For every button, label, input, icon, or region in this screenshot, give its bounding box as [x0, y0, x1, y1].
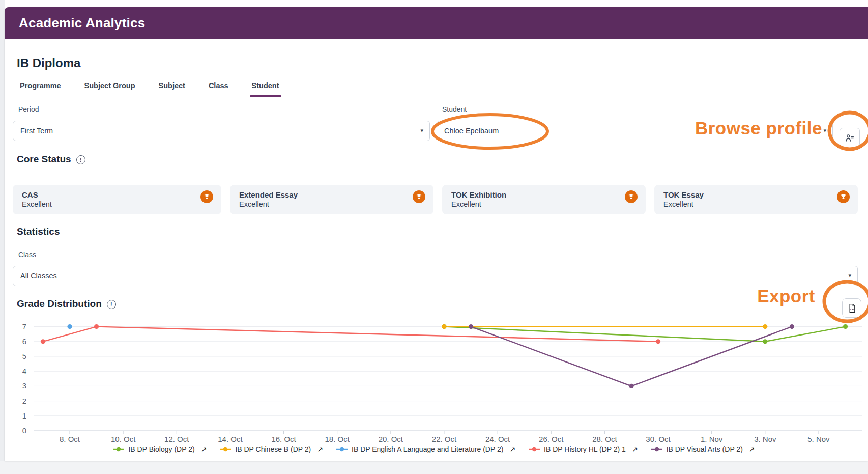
legend-item[interactable]: IB DP Visual Arts (DP 2)↗ — [651, 445, 755, 453]
student-select[interactable]: Chloe Epelbaum ▾ — [437, 121, 833, 141]
browse-profile-button[interactable] — [840, 128, 860, 148]
legend-item[interactable]: IB DP English A Language and Literature … — [336, 445, 515, 453]
trophy-icon — [837, 190, 850, 203]
info-icon[interactable]: ! — [107, 300, 116, 309]
csv-document-icon: CSV — [847, 303, 857, 314]
legend-label: IB DP History HL (DP 2) 1 — [544, 445, 626, 453]
chevron-down-icon: ▾ — [823, 127, 826, 134]
period-select[interactable]: First Term ▾ — [13, 121, 430, 141]
student-select-value: Chloe Epelbaum — [444, 127, 499, 135]
legend-marker — [220, 447, 231, 452]
tab-class[interactable]: Class — [209, 81, 228, 97]
legend-item[interactable]: IB DP Chinese B (DP 2)↗ — [220, 445, 323, 453]
core-card-status: Excellent — [663, 200, 849, 208]
page-title: IB Diploma — [17, 56, 80, 70]
tab-bar: Programme Subject Group Subject Class St… — [20, 81, 279, 97]
core-card-status: Excellent — [239, 200, 424, 208]
external-link-icon[interactable]: ↗ — [317, 445, 323, 453]
grade-distribution-title: Grade Distribution — [17, 298, 102, 310]
legend-item[interactable]: IB DP History HL (DP 2) 1↗ — [529, 445, 638, 453]
legend-marker — [336, 447, 348, 452]
legend-label: IB DP English A Language and Literature … — [352, 445, 503, 453]
external-link-icon[interactable]: ↗ — [509, 445, 515, 453]
grade-distribution-heading: Grade Distribution ! — [17, 298, 116, 310]
core-card-title: Extended Essay — [239, 190, 424, 199]
trophy-icon — [413, 190, 425, 203]
period-label: Period — [18, 105, 39, 114]
page-bottom-gutter — [0, 461, 868, 474]
core-card-title: TOK Essay — [663, 190, 849, 199]
tab-programme[interactable]: Programme — [20, 81, 61, 97]
core-status-heading: Core Status ! — [17, 154, 85, 165]
export-button[interactable]: CSV — [842, 298, 861, 318]
main-panel: Academic Analytics IB Diploma Programme … — [5, 7, 868, 461]
legend-item[interactable]: IB DP Biology (DP 2)↗ — [113, 445, 207, 453]
core-card-title: CAS — [22, 190, 212, 199]
chevron-down-icon: ▾ — [848, 272, 851, 279]
trophy-icon — [625, 190, 638, 203]
app-title: Academic Analytics — [19, 15, 145, 31]
statistics-heading: Statistics — [17, 226, 60, 237]
chart-legend: IB DP Biology (DP 2)↗IB DP Chinese B (DP… — [0, 445, 868, 453]
class-select-value: All Classes — [20, 272, 57, 280]
legend-marker — [113, 447, 124, 452]
trophy-icon — [200, 190, 213, 203]
core-card-status: Excellent — [451, 200, 636, 208]
period-select-value: First Term — [20, 127, 53, 135]
core-card-title: TOK Exhibition — [451, 190, 636, 199]
person-details-icon — [844, 132, 855, 144]
page-gutter — [0, 0, 5, 474]
svg-text:CSV: CSV — [850, 308, 855, 311]
legend-marker — [529, 447, 540, 452]
chevron-down-icon: ▾ — [420, 127, 423, 134]
external-link-icon[interactable]: ↗ — [749, 445, 755, 453]
class-label: Class — [18, 250, 36, 259]
core-card-tok-essay: TOK Essay Excellent — [654, 185, 858, 214]
core-card-extended-essay: Extended Essay Excellent — [230, 185, 433, 214]
core-card-status: Excellent — [22, 200, 212, 208]
tab-subject[interactable]: Subject — [159, 81, 185, 97]
info-icon[interactable]: ! — [76, 155, 85, 164]
class-select[interactable]: All Classes ▾ — [13, 266, 858, 286]
app-header: Academic Analytics — [5, 7, 868, 39]
external-link-icon[interactable]: ↗ — [632, 445, 638, 453]
legend-label: IB DP Visual Arts (DP 2) — [667, 445, 743, 453]
legend-label: IB DP Biology (DP 2) — [128, 445, 194, 453]
legend-label: IB DP Chinese B (DP 2) — [235, 445, 311, 453]
external-link-icon[interactable]: ↗ — [201, 445, 207, 453]
core-status-title: Core Status — [17, 154, 71, 165]
core-card-cas: CAS Excellent — [13, 185, 221, 214]
student-label: Student — [442, 105, 467, 114]
core-card-tok-exhibition: TOK Exhibition Excellent — [442, 185, 646, 214]
tab-subject-group[interactable]: Subject Group — [84, 81, 135, 97]
tab-student[interactable]: Student — [252, 81, 279, 97]
statistics-title: Statistics — [17, 226, 60, 237]
legend-marker — [651, 447, 662, 452]
